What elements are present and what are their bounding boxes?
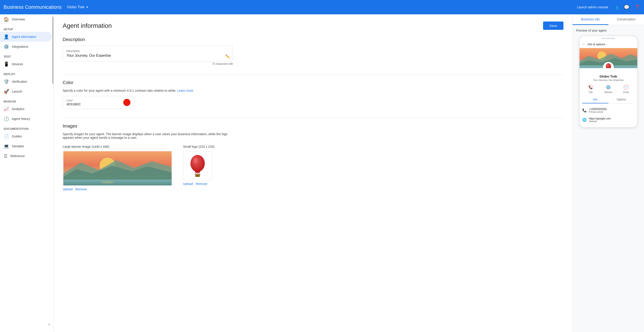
brand-selector[interactable]: Globo Trek ▼ bbox=[67, 5, 88, 9]
sidebar-label-guides: Guides bbox=[12, 134, 22, 138]
logo-actions: Upload Remove bbox=[183, 182, 214, 186]
email-icon: ✉️ bbox=[623, 84, 629, 90]
chat-icon[interactable]: 💬 bbox=[624, 4, 630, 10]
collapse-button-area: ‹ bbox=[0, 320, 54, 328]
banner-label: Large banner image (1440 x 448) bbox=[63, 145, 172, 148]
back-arrow-icon: ← bbox=[582, 42, 586, 46]
logo-image bbox=[183, 151, 212, 180]
analytics-icon: 📈 bbox=[4, 106, 9, 112]
phone-header: ← Info & options bbox=[580, 40, 637, 48]
learn-more-link[interactable]: Learn more bbox=[177, 89, 193, 92]
sidebar-section-setup: Setup bbox=[0, 24, 54, 32]
phone-info-row-website: 🌐 https://google.com Website bbox=[582, 115, 634, 125]
sidebar-section-manage: Manage bbox=[0, 96, 54, 104]
sidebar-label-agent-history: Agent history bbox=[12, 117, 30, 121]
sidebar-label-integrations: Integrations bbox=[12, 45, 28, 48]
images-grid: Large banner image (1440 x 448) bbox=[63, 145, 564, 191]
color-section-title: Color bbox=[63, 80, 564, 85]
phone-info-phone-text: +15555555555 Primary phone bbox=[589, 108, 607, 113]
description-section-title: Description bbox=[63, 37, 564, 42]
logo-label: Small logo (224 x 224) bbox=[183, 145, 214, 148]
sidebar-item-agent-information[interactable]: 👤 Agent information bbox=[0, 32, 52, 42]
sidebar-label-overview: Overview bbox=[12, 18, 25, 21]
logo-upload-link[interactable]: Upload bbox=[183, 182, 193, 186]
email-label: Email bbox=[623, 91, 629, 93]
integrations-icon: ⚙️ bbox=[4, 44, 9, 49]
images-section-title: Images bbox=[63, 123, 564, 129]
tab-business-info[interactable]: Business info bbox=[572, 14, 608, 25]
phone-action-website: 🌐 Website bbox=[604, 84, 612, 93]
color-field[interactable]: Color* #E91B0C bbox=[63, 96, 134, 109]
help-icon[interactable]: ❓ bbox=[634, 4, 640, 10]
website-icon: 🌐 bbox=[605, 84, 611, 90]
color-dot bbox=[123, 99, 130, 106]
collapse-sidebar-button[interactable]: ‹ bbox=[46, 320, 52, 328]
preview-label: Preview of your agent bbox=[576, 29, 606, 32]
phone-sub-tab-options[interactable]: Options bbox=[608, 96, 634, 103]
main-content: Agent information Save Description Descr… bbox=[54, 14, 572, 332]
sidebar-item-devices[interactable]: 📱 Devices bbox=[0, 59, 52, 69]
banner-upload-link[interactable]: Upload bbox=[63, 188, 72, 191]
shield-icon: 🛡️ bbox=[4, 79, 9, 84]
save-button[interactable]: Save bbox=[543, 22, 564, 30]
phone-action-call: 📞 Call bbox=[588, 84, 594, 93]
banner-remove-link[interactable]: Remove bbox=[75, 188, 87, 191]
svg-point-8 bbox=[190, 155, 205, 172]
sidebar-item-launch[interactable]: 🚀 Launch bbox=[0, 87, 52, 96]
svg-point-14 bbox=[195, 171, 200, 173]
divider-2 bbox=[63, 118, 564, 118]
sidebar-label-reference: Reference bbox=[10, 154, 25, 158]
sidebar-item-samples[interactable]: 💻 Samples bbox=[0, 141, 52, 151]
color-field-inner: Color* #E91B0C bbox=[66, 99, 81, 106]
phone-info-phone-sub: Primary phone bbox=[589, 111, 607, 113]
sidebar-item-overview[interactable]: 🏠 Overview bbox=[0, 14, 52, 24]
brand-name: Globo Trek bbox=[67, 5, 84, 9]
call-label: Call bbox=[589, 91, 592, 93]
phone-info-row-phone: 📞 +15555555555 Primary phone bbox=[582, 106, 634, 115]
logo-svg bbox=[185, 153, 210, 178]
sidebar-item-analytics[interactable]: 📈 Analytics bbox=[0, 104, 52, 114]
sidebar-item-reference[interactable]: ☰ Reference bbox=[0, 151, 52, 161]
nav-right: Launch admin console 👥 💬 ❓ bbox=[577, 4, 640, 10]
people-icon[interactable]: 👥 bbox=[613, 4, 619, 10]
app-title: Business Communications bbox=[4, 4, 62, 10]
launch-admin-link[interactable]: Launch admin console bbox=[577, 5, 608, 9]
samples-icon: 💻 bbox=[4, 143, 9, 149]
description-field[interactable]: Description Your Journey, Our Expertise … bbox=[63, 46, 233, 61]
description-field-value: Your Journey, Our Expertise bbox=[66, 54, 229, 58]
person-icon: 👤 bbox=[4, 34, 9, 40]
reference-icon: ☰ bbox=[4, 153, 8, 159]
sidebar-item-guides[interactable]: 📄 Guides bbox=[0, 131, 52, 141]
phone-sub-tab-info[interactable]: Info bbox=[582, 96, 608, 103]
devices-icon: 📱 bbox=[4, 61, 9, 67]
description-section: Description Description Your Journey, Ou… bbox=[63, 37, 564, 65]
edit-icon[interactable]: ✏️ bbox=[225, 54, 230, 59]
phone-info-website-icon: 🌐 bbox=[582, 118, 587, 122]
svg-point-20 bbox=[606, 63, 611, 68]
app-body: 🏠 Overview Setup 👤 Agent information ⚙️ … bbox=[0, 14, 644, 332]
sidebar-item-agent-history[interactable]: 🕐 Agent history bbox=[0, 114, 52, 124]
images-description: Specify images for your agent. The banne… bbox=[63, 132, 233, 139]
logo-remove-link[interactable]: Remove bbox=[196, 182, 207, 186]
phone-agent-name: Globo Trek bbox=[582, 74, 634, 78]
phone-banner bbox=[580, 48, 637, 68]
svg-rect-13 bbox=[195, 174, 200, 177]
phone-handle bbox=[602, 38, 615, 39]
phone-agent-desc: Your Journey, Our Expertise bbox=[582, 79, 634, 81]
phone-body: Globo Trek Your Journey, Our Expertise 📞… bbox=[580, 68, 637, 127]
color-field-value: #E91B0C bbox=[66, 102, 81, 106]
phone-info-website-sub: Website bbox=[589, 120, 611, 123]
color-desc-text: Specify a color for your agent with a mi… bbox=[63, 89, 176, 92]
svg-point-9 bbox=[193, 157, 198, 163]
phone-sub-tabs: Info Options bbox=[582, 96, 634, 104]
sidebar-item-integrations[interactable]: ⚙️ Integrations bbox=[0, 42, 52, 52]
sidebar-item-verification[interactable]: 🛡️ Verification bbox=[0, 77, 52, 87]
history-icon: 🕐 bbox=[4, 116, 9, 121]
phone-actions: 📞 Call 🌐 Website ✉️ Email bbox=[582, 84, 634, 93]
website-label: Website bbox=[604, 91, 612, 93]
preview-panel: Business info Conversation Preview of yo… bbox=[572, 14, 644, 332]
char-count: 73 characters left bbox=[63, 62, 233, 65]
tab-conversation[interactable]: Conversation bbox=[608, 14, 644, 25]
preview-tabs: Business info Conversation bbox=[572, 14, 644, 25]
page-header: Agent information Save bbox=[63, 22, 564, 30]
